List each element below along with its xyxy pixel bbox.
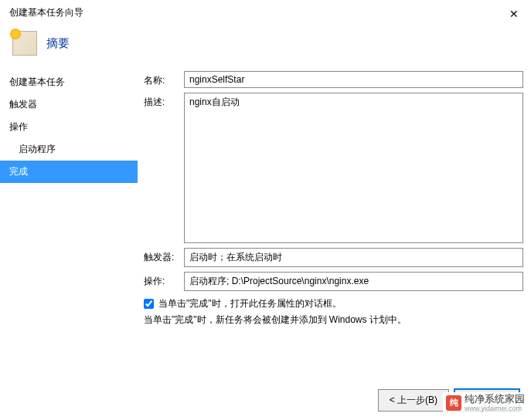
sidebar-item-start-program[interactable]: 启动程序 [0, 138, 138, 161]
description-label: 描述: [144, 93, 184, 109]
wizard-sidebar: 创建基本任务 触发器 操作 启动程序 完成 [0, 71, 138, 330]
trigger-value: 启动时；在系统启动时 [184, 248, 523, 267]
page-heading: 摘要 [46, 36, 70, 51]
sidebar-item-action[interactable]: 操作 [0, 116, 138, 138]
watermark-logo-icon: 纯 [446, 395, 461, 411]
description-textarea[interactable] [184, 93, 523, 243]
sidebar-item-create-task[interactable]: 创建基本任务 [0, 71, 138, 93]
open-properties-checkbox[interactable] [144, 299, 154, 309]
main-panel: 名称: 描述: 触发器: 启动时；在系统启动时 操作: 启动程序; D:\Pro… [138, 71, 531, 330]
trigger-label: 触发器: [144, 248, 184, 264]
wizard-icon [12, 31, 37, 56]
watermark-url: www.yidaimei.com [465, 405, 525, 412]
info-text: 当单击"完成"时，新任务将会被创建并添加到 Windows 计划中。 [144, 313, 523, 327]
name-label: 名称: [144, 71, 184, 87]
close-icon[interactable]: ✕ [506, 6, 522, 22]
action-value: 启动程序; D:\ProjectSource\nginx\nginx.exe [184, 272, 523, 291]
sidebar-item-finish[interactable]: 完成 [0, 161, 138, 183]
window-title: 创建基本任务向导 [9, 6, 83, 19]
name-input[interactable] [184, 71, 523, 88]
watermark: 纯 纯净系统家园 www.yidaimei.com [443, 392, 528, 414]
action-label: 操作: [144, 272, 184, 288]
back-button[interactable]: < 上一步(B) [378, 389, 449, 412]
watermark-brand: 纯净系统家园 [465, 394, 525, 405]
sidebar-item-trigger[interactable]: 触发器 [0, 93, 138, 116]
open-properties-label: 当单击"完成"时，打开此任务属性的对话框。 [158, 297, 342, 310]
